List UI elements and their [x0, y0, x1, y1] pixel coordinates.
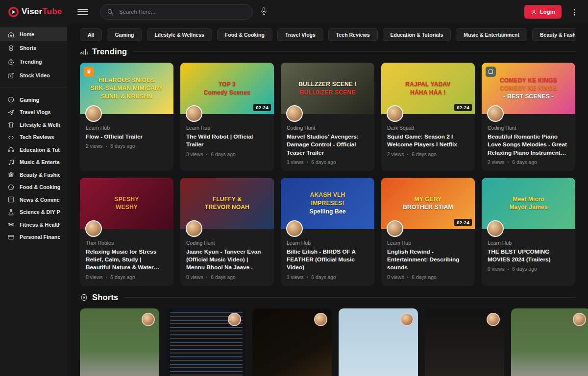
thumbnail-text: HILAROUS SNIOUS	[98, 77, 155, 84]
video-title[interactable]: Marvel Studios' Avengers: Damage Control…	[287, 133, 368, 157]
sidebar-item-personal-finance[interactable]: Personal Finance	[0, 231, 67, 244]
channel-avatar[interactable]	[85, 105, 102, 122]
channel-name[interactable]: Learn Hub	[86, 125, 168, 131]
sidebar-item-tech-reviews[interactable]: Tech Reviews	[0, 131, 67, 144]
video-title[interactable]: Flow - Official Trailer	[86, 133, 168, 141]
channel-name[interactable]: Learn Hub	[287, 240, 368, 246]
video-title[interactable]: Jaane Kyun - Tanveer Evan (Official Musi…	[186, 248, 268, 272]
short-card[interactable]	[80, 308, 159, 376]
channel-name[interactable]: Coding Hunt	[488, 125, 569, 131]
more-options-icon[interactable]: ⋮	[569, 7, 580, 17]
short-channel-avatar	[487, 313, 500, 326]
video-stats: 0 views6 days ago	[186, 275, 268, 280]
gaming-icon	[7, 96, 15, 103]
channel-name[interactable]: Learn Hub	[387, 240, 469, 246]
video-title[interactable]: English Rewind - Entertainment: Describi…	[387, 248, 469, 272]
category-chip-beauty-fashion[interactable]: Beauty & Fashion	[532, 28, 575, 41]
upload-age: 6 days ago	[110, 143, 135, 149]
category-chip-all[interactable]: All	[80, 28, 102, 41]
channel-avatar[interactable]	[186, 105, 202, 122]
sidebar-item-trending[interactable]: Trending	[0, 55, 67, 69]
video-title[interactable]: Beautiful Romantic Piano Love Songs Melo…	[488, 133, 569, 157]
search-icon	[107, 8, 114, 15]
category-chip-travel-vlogs[interactable]: Travel Vlogs	[277, 28, 323, 41]
video-card[interactable]: HILAROUS SNIOUSSRK-SALMAN MIMICARYSUNIL …	[80, 63, 173, 171]
category-chip-food-cooking[interactable]: Food & Cooking	[217, 28, 272, 41]
view-count: 2 views	[387, 152, 404, 157]
video-card[interactable]: RAJPAL YADAVHÁHA HÁA !02:24Dark SquadSqu…	[381, 63, 475, 171]
video-stats: 2 views6 days ago	[387, 152, 469, 157]
thumbnail-text: COMEDY KE KINGS	[500, 85, 557, 92]
video-card[interactable]: MY GERYBROTHER STIAM02:24Learn HubEnglis…	[381, 178, 475, 286]
channel-name[interactable]: Coding Hunt	[287, 125, 368, 131]
channel-avatar[interactable]	[387, 105, 403, 122]
video-card[interactable]: TOP 3Comedy Scenes02:24Learn HubThe Wild…	[180, 63, 274, 171]
channel-avatar[interactable]	[85, 220, 102, 237]
sidebar-item-fitness-health[interactable]: Fitness & Health	[0, 218, 67, 231]
search-bar[interactable]	[100, 4, 253, 20]
category-chip-tech-reviews[interactable]: Tech Reviews	[328, 28, 378, 41]
category-chip-lifestyle-wellness[interactable]: Lifestyle & Wellness	[147, 28, 212, 41]
sidebar-item-label: Music & Entertainment	[20, 159, 60, 165]
sidebar-item-science-diy-projects[interactable]: Science & DIY Projects	[0, 206, 67, 219]
thumbnail-text: Spelling Bee	[309, 208, 345, 215]
sidebar-item-label: Gaming	[20, 97, 39, 103]
channel-name[interactable]: Thor Robles	[86, 240, 168, 246]
shorts-section-title: Shorts	[92, 293, 118, 302]
video-title[interactable]: Squid Game: Season 2 I Welcome Players I…	[387, 133, 469, 149]
sidebar-item-food-cooking[interactable]: Food & Cooking	[0, 181, 67, 194]
short-channel-avatar	[228, 313, 241, 326]
video-title[interactable]: The Wild Robot | Official Trailer	[186, 133, 268, 149]
category-chip-gaming[interactable]: Gaming	[107, 28, 142, 41]
shorts-section-header: Shorts	[80, 293, 575, 302]
video-card[interactable]: Meet MicroMayor JamesLearn HubTHE BEST U…	[482, 178, 575, 286]
channel-avatar[interactable]	[387, 220, 403, 237]
sidebar-item-shorts[interactable]: Shorts	[0, 41, 67, 55]
sidebar-item-news-commentary[interactable]: News & Commentary	[0, 193, 67, 206]
video-card[interactable]: COMEDY KE KINGSCOMEDY KE KINGS- BEST SCE…	[482, 63, 575, 171]
video-card[interactable]: AKASH VLHIMPRESES!Spelling BeeLearn HubB…	[281, 178, 374, 286]
channel-avatar[interactable]	[487, 105, 504, 122]
login-button[interactable]: Login	[524, 5, 562, 19]
category-chip-music-entertainment[interactable]: Music & Entertainment	[456, 28, 527, 41]
video-card[interactable]: FLUFFY &TREVOR NOAHCoding HuntJaane Kyun…	[180, 178, 274, 286]
channel-name[interactable]: Dark Squad	[387, 125, 469, 131]
sidebar-item-stock-video[interactable]: Stock Video	[0, 69, 67, 82]
sidebar-item-gaming[interactable]: Gaming	[0, 94, 67, 106]
short-card[interactable]	[166, 308, 245, 376]
sidebar-item-home[interactable]: Home	[0, 27, 67, 41]
channel-name[interactable]: Learn Hub	[488, 240, 569, 246]
video-title[interactable]: Billie Eilish - BIRDS OF A FEATHER (Offi…	[287, 248, 368, 272]
logo[interactable]: ViserTube	[8, 6, 71, 18]
channel-name[interactable]: Coding Hunt	[186, 240, 268, 246]
sidebar-item-label: Stock Video	[20, 72, 50, 78]
video-title[interactable]: THE BEST UPCOMING MOVIES 2024 (Trailers)	[488, 248, 569, 264]
video-stats: 0 views6 days ago	[488, 266, 569, 272]
channel-avatar[interactable]	[286, 105, 303, 122]
sidebar-item-travel-vlogs[interactable]: Travel Vlogs	[0, 106, 67, 119]
sidebar-item-label: Beauty & Fashion	[20, 172, 60, 178]
channel-avatar[interactable]	[186, 220, 202, 237]
sidebar-item-beauty-fashion[interactable]: Beauty & Fashion	[0, 168, 67, 181]
channel-avatar[interactable]	[286, 220, 303, 237]
category-chip-education-tutorials[interactable]: Education & Tutorials	[383, 28, 451, 41]
short-card[interactable]	[252, 308, 332, 376]
short-card[interactable]	[339, 308, 418, 376]
sidebar-item-music-entertainment[interactable]: Music & Entertainment	[0, 156, 67, 169]
section-divider	[124, 297, 575, 298]
search-input[interactable]	[118, 8, 246, 15]
microphone-icon[interactable]	[259, 6, 269, 18]
news-icon	[7, 196, 15, 203]
short-card[interactable]	[425, 308, 504, 376]
video-title[interactable]: Relaxing Music for Stress Relief, Calm, …	[86, 248, 168, 272]
sidebar-item-lifestyle-wellness[interactable]: Lifestyle & Wellness	[0, 118, 67, 131]
video-card[interactable]: BULLZZER SCENE !BULL0IZER SCENECoding Hu…	[281, 63, 374, 171]
channel-name[interactable]: Learn Hub	[186, 125, 268, 131]
channel-avatar[interactable]	[487, 220, 504, 237]
sidebar-item-education-tutorials[interactable]: Education & Tutorials	[0, 143, 67, 156]
video-card[interactable]: SPESHYWESHYThor RoblesRelaxing Music for…	[80, 178, 173, 286]
login-label: Login	[540, 9, 555, 15]
stock-video-icon	[7, 72, 15, 79]
short-card[interactable]	[511, 308, 588, 376]
hamburger-menu-icon[interactable]	[77, 5, 88, 19]
